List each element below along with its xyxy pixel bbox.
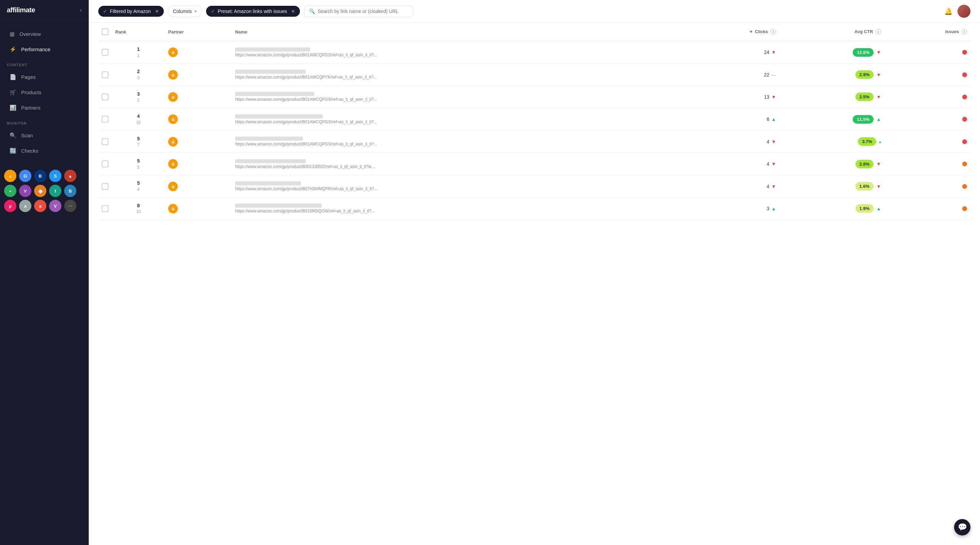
notification-bell-icon[interactable]: 🔔 (944, 7, 953, 15)
partner-icon-google[interactable]: G (19, 170, 32, 182)
partner-icon-green[interactable]: ● (4, 185, 16, 197)
partner-icon-purple[interactable]: V (19, 185, 32, 197)
rank-prev: 4 (137, 187, 140, 193)
issue-dot-orange (962, 184, 967, 189)
rank-main: 2 (137, 68, 140, 75)
clicks-value: 24 (764, 49, 770, 55)
partner-badge-amazon: a (168, 204, 178, 214)
rank-cell: 5 5 (115, 158, 161, 170)
rank-prev: 7 (137, 142, 140, 148)
rank-main: 8 (137, 202, 140, 209)
ctr-cell: 2.8% ▼ (783, 160, 881, 168)
issues-info-icon[interactable]: i (962, 29, 967, 35)
link-url[interactable]: https://www.amazon.com/gp/product/B01AWC… (235, 142, 674, 147)
trend-small-up-icon: ▴ (879, 139, 881, 144)
name-blurred (235, 70, 305, 74)
sidebar-item-partners[interactable]: 📊 Partners (3, 100, 86, 115)
rank-prev: 3 (137, 75, 140, 81)
row-checkbox[interactable] (102, 116, 108, 123)
issue-dot-orange (962, 206, 967, 211)
rank-cell: 3 2 (115, 91, 161, 103)
partner-icon-skimlinks[interactable]: S (49, 170, 61, 182)
row-checkbox[interactable] (102, 138, 108, 145)
clicks-info-icon[interactable]: i (770, 29, 776, 35)
rank-main: 3 (137, 91, 140, 98)
sidebar-item-performance[interactable]: ⚡ Performance (3, 42, 86, 57)
link-url[interactable]: https://www.amazon.com/gp/product/B01AWC… (235, 53, 674, 57)
partner-icon-red2[interactable]: a (34, 200, 46, 212)
row-checkbox[interactable] (102, 205, 108, 212)
link-url[interactable]: https://www.amazon.com/gp/product/B01AWC… (235, 75, 674, 80)
partner-icon-teal[interactable]: f (49, 185, 61, 197)
partner-badge-amazon: a (168, 115, 178, 124)
rank-main: 1 (137, 46, 140, 53)
row-checkbox[interactable] (102, 72, 108, 78)
preset-check-icon: ✓ (211, 8, 215, 14)
trend-down-icon: ▼ (772, 94, 776, 100)
partner-badge-amazon: a (168, 159, 178, 169)
filter-amazon-chip[interactable]: ✓ Filtered by Amazon ✕ (98, 6, 164, 17)
issue-dot-red (962, 139, 967, 144)
preset-close-icon[interactable]: ✕ (291, 8, 295, 14)
links-table-container: Rank Partner Name ▼ Clicks i Avg CTR (89, 23, 980, 545)
clicks-value: 4 (767, 184, 770, 189)
preset-filter-chip[interactable]: ✓ Preset: Amazon links with issues ✕ (206, 6, 300, 17)
sidebar-nav: ▦ Overview ⚡ Performance CONTENT 📄 Pages… (0, 21, 89, 164)
search-input[interactable] (318, 8, 408, 14)
partner-icon-pink[interactable]: p (4, 200, 16, 212)
clicks-cell: 3 ▲ (681, 206, 776, 211)
clicks-cell: 4 ▼ (681, 139, 776, 145)
filter-amazon-close-icon[interactable]: ✕ (155, 8, 159, 14)
sidebar-item-products[interactable]: 🛒 Products (3, 85, 86, 100)
sidebar-item-pages[interactable]: 📄 Pages (3, 70, 86, 84)
link-url[interactable]: https://www.amazon.com/gp/product/B0013J… (235, 164, 674, 169)
sidebar-collapse-button[interactable]: ‹ (80, 6, 82, 14)
partner-icon-purple2[interactable]: V (49, 200, 61, 212)
partner-icon-red[interactable]: ▲ (64, 170, 76, 182)
link-url[interactable]: https://www.amazon.com/gp/product/B01AWC… (235, 97, 674, 102)
name-blurred (235, 92, 314, 96)
sidebar-item-scan[interactable]: 🔍 Scan (3, 128, 86, 143)
sidebar-item-overview[interactable]: ▦ Overview (3, 27, 86, 41)
partner-icon-blue2[interactable]: B (64, 185, 76, 197)
partner-icon-booking[interactable]: B (34, 170, 46, 182)
filter-check-icon: ✓ (103, 8, 107, 14)
partner-icon-orange[interactable]: ◆ (34, 185, 46, 197)
table-row: 8 10 a https://www.amazon.com/gp/product… (98, 198, 970, 220)
ctr-badge: 12.6% (853, 48, 873, 57)
link-url[interactable]: https://www.amazon.com/gp/product/B01AWC… (235, 120, 674, 124)
name-blurred (235, 159, 306, 163)
rank-main: 5 (137, 158, 140, 164)
checks-icon: 🔄 (10, 148, 16, 154)
row-checkbox[interactable] (102, 183, 108, 190)
ctr-badge: 1.6% (856, 182, 874, 191)
partner-icon-dots[interactable]: ··· (64, 200, 76, 212)
clicks-value: 4 (767, 161, 770, 167)
trend-down-icon: ▼ (876, 94, 881, 100)
row-checkbox[interactable] (102, 161, 108, 167)
partner-icon-grey[interactable]: a (19, 200, 32, 212)
row-checkbox[interactable] (102, 94, 108, 100)
name-cell: https://www.amazon.com/gp/product/B01AWC… (235, 92, 674, 102)
issue-dot-orange (962, 161, 967, 166)
name-cell: https://www.amazon.com/gp/product/B0013J… (235, 159, 674, 169)
partner-icon-amazon[interactable]: a (4, 170, 16, 182)
avg-ctr-info-icon[interactable]: i (876, 29, 881, 35)
row-checkbox[interactable] (102, 49, 108, 56)
user-avatar[interactable] (958, 5, 970, 18)
select-all-checkbox[interactable] (102, 28, 108, 35)
clicks-value: 13 (764, 94, 770, 100)
col-header-clicks[interactable]: ▼ Clicks i (678, 23, 780, 41)
topbar-filters: ✓ Filtered by Amazon ✕ Columns ▾ ✓ Prese… (98, 5, 413, 17)
name-blurred (235, 204, 322, 208)
columns-filter-chip[interactable]: Columns ▾ (168, 5, 202, 17)
sidebar-item-checks[interactable]: 🔄 Checks (3, 143, 86, 158)
search-icon: 🔍 (309, 8, 315, 14)
link-url[interactable]: https://www.amazon.com/gp/product/B07H3W… (235, 186, 674, 191)
name-cell: https://www.amazon.com/gp/product/B01AWC… (235, 48, 674, 57)
support-chat-button[interactable]: 💬 (954, 519, 970, 535)
scan-icon: 🔍 (10, 132, 16, 139)
rank-main: 5 (137, 180, 140, 187)
link-url[interactable]: https://www.amazon.com/gp/product/B015R0… (235, 209, 674, 214)
overview-icon: ▦ (10, 31, 15, 37)
